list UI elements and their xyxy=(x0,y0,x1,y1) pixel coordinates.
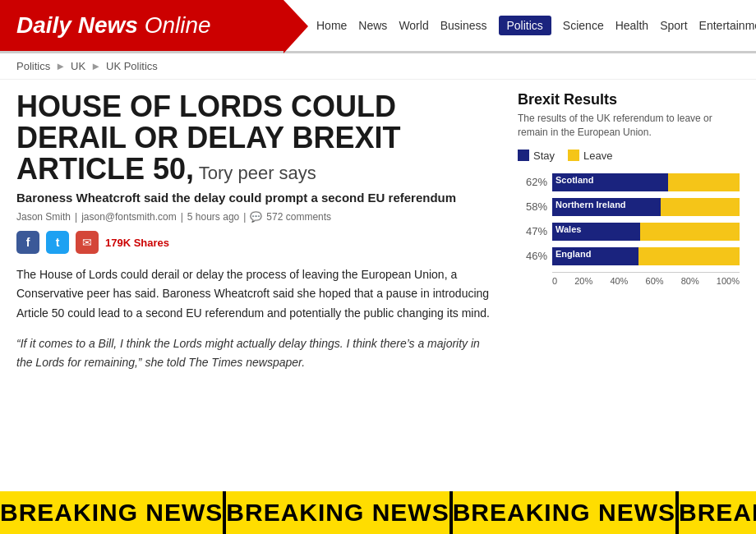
bar-row-scotland: 62% Scotland xyxy=(518,173,740,191)
breaking-text-3: BREAKING NEWS xyxy=(453,499,675,527)
breadcrumb: Politics ► UK ► UK Politics xyxy=(0,53,756,80)
bar-row-wales: 47% Wales xyxy=(518,223,740,241)
nav-sport[interactable]: Sport xyxy=(660,19,687,32)
legend-stay: Stay xyxy=(518,150,555,162)
main-content: HOUSE OF LORDS COULD DERAIL OR DELAY BRE… xyxy=(0,80,756,380)
breaking-text-2: BREAKING NEWS xyxy=(226,499,449,527)
bar-leave-england xyxy=(638,247,740,265)
breaking-text-4: BREAKING NEWS xyxy=(679,499,756,527)
facebook-button[interactable]: f xyxy=(16,231,39,254)
breadcrumb-sep-1: ► xyxy=(55,60,66,72)
bar-region-label-scotland: Scotland xyxy=(555,175,593,185)
sidebar-chart: Brexit Results The results of the UK ref… xyxy=(518,91,740,372)
breaking-segment-3: BREAKING NEWS xyxy=(453,491,679,534)
logo-area: Daily News Online xyxy=(0,0,284,51)
breaking-news-bar: BREAKING NEWS BREAKING NEWS BREAKING NEW… xyxy=(0,491,756,534)
bar-container-northern-ireland: Northern Ireland xyxy=(552,198,740,216)
stay-color-dot xyxy=(518,150,529,161)
breadcrumb-item-uk[interactable]: UK xyxy=(71,60,85,72)
bar-stay-scotland: Scotland xyxy=(552,173,668,191)
leave-color-dot xyxy=(568,150,579,161)
shares-count: 179K Shares xyxy=(105,237,169,249)
chart-divider xyxy=(552,272,740,273)
logo: Daily News Online xyxy=(16,12,211,39)
breaking-segment-1: BREAKING NEWS xyxy=(0,491,226,534)
bar-pct-scotland: 62% xyxy=(518,176,547,188)
x-label-20: 20% xyxy=(574,276,592,286)
bar-stay-england: England xyxy=(552,247,638,265)
logo-arrow xyxy=(284,0,308,53)
article-quote: “If it comes to a Bill, I think the Lord… xyxy=(16,334,493,372)
nav-health[interactable]: Health xyxy=(615,19,648,32)
nav-business[interactable]: Business xyxy=(440,19,487,32)
x-label-40: 40% xyxy=(610,276,628,286)
bar-row-northern-ireland: 58% Northern Ireland xyxy=(518,198,740,216)
nav-news[interactable]: News xyxy=(358,19,387,32)
breadcrumb-sep-2: ► xyxy=(90,60,101,72)
headline-sub: Tory peer says xyxy=(194,163,316,183)
comments-count[interactable]: 572 comments xyxy=(266,211,331,223)
nav-home[interactable]: Home xyxy=(316,19,347,32)
logo-light: Online xyxy=(138,12,211,38)
bar-container-wales: Wales xyxy=(552,223,740,241)
bar-leave-northern-ireland xyxy=(661,198,740,216)
author-email[interactable]: jason@fontsmith.com xyxy=(81,211,177,223)
comment-icon: 💬 xyxy=(250,211,262,223)
bar-row-england: 46% England xyxy=(518,247,740,265)
x-label-80: 80% xyxy=(681,276,699,286)
breaking-segment-2: BREAKING NEWS xyxy=(226,491,452,534)
chart-legend: Stay Leave xyxy=(518,150,740,162)
bar-container-england: England xyxy=(552,247,740,265)
twitter-button[interactable]: t xyxy=(46,231,69,254)
stay-label: Stay xyxy=(533,150,555,162)
bar-stay-wales: Wales xyxy=(552,223,640,241)
nav-entertainment[interactable]: Entertainment xyxy=(699,19,756,32)
article-meta: Jason Smith | jason@fontsmith.com | 5 ho… xyxy=(16,211,493,223)
article-headline: HOUSE OF LORDS COULD DERAIL OR DELAY BRE… xyxy=(16,91,493,184)
breaking-segment-4: BREAKING NEWS xyxy=(679,491,756,534)
breadcrumb-item-politics[interactable]: Politics xyxy=(16,60,50,72)
bar-container-scotland: Scotland xyxy=(552,173,740,191)
social-row: f t ✉ 179K Shares xyxy=(16,231,493,254)
author-name: Jason Smith xyxy=(16,211,71,223)
bar-stay-northern-ireland: Northern Ireland xyxy=(552,198,661,216)
x-label-100: 100% xyxy=(717,276,740,286)
breaking-text-1: BREAKING NEWS xyxy=(0,499,223,527)
bar-pct-wales: 47% xyxy=(518,225,547,237)
article: HOUSE OF LORDS COULD DERAIL OR DELAY BRE… xyxy=(16,91,493,372)
main-nav: Home News World Business Politics Scienc… xyxy=(284,0,756,51)
article-body: The House of Lords could derail or delay… xyxy=(16,265,493,322)
x-label-60: 60% xyxy=(646,276,664,286)
leave-label: Leave xyxy=(583,150,612,162)
article-subheading: Baroness Wheatcroft said the delay could… xyxy=(16,191,493,205)
bar-region-label-northern-ireland: Northern Ireland xyxy=(555,200,626,209)
bar-leave-scotland xyxy=(668,173,740,191)
bar-pct-northern-ireland: 58% xyxy=(518,200,547,213)
nav-politics[interactable]: Politics xyxy=(499,16,551,35)
nav-world[interactable]: World xyxy=(399,19,428,32)
legend-leave: Leave xyxy=(568,150,612,162)
breadcrumb-item-uk-politics[interactable]: UK Politics xyxy=(106,60,158,72)
bar-pct-england: 46% xyxy=(518,250,547,262)
bar-region-label-england: England xyxy=(555,249,591,259)
chart-xaxis: 0 20% 40% 60% 80% 100% xyxy=(552,276,740,286)
email-button[interactable]: ✉ xyxy=(76,231,99,254)
logo-bold: Daily News xyxy=(16,12,138,38)
x-label-0: 0 xyxy=(552,276,557,286)
bar-leave-wales xyxy=(640,223,740,241)
chart-subtitle: The results of the UK referendum to leav… xyxy=(518,112,740,140)
chart-title: Brexit Results xyxy=(518,91,740,108)
bar-region-label-wales: Wales xyxy=(555,224,581,234)
nav-science[interactable]: Science xyxy=(563,19,604,32)
time-ago: 5 hours ago xyxy=(187,211,239,223)
header: Daily News Online Home News World Busine… xyxy=(0,0,756,53)
